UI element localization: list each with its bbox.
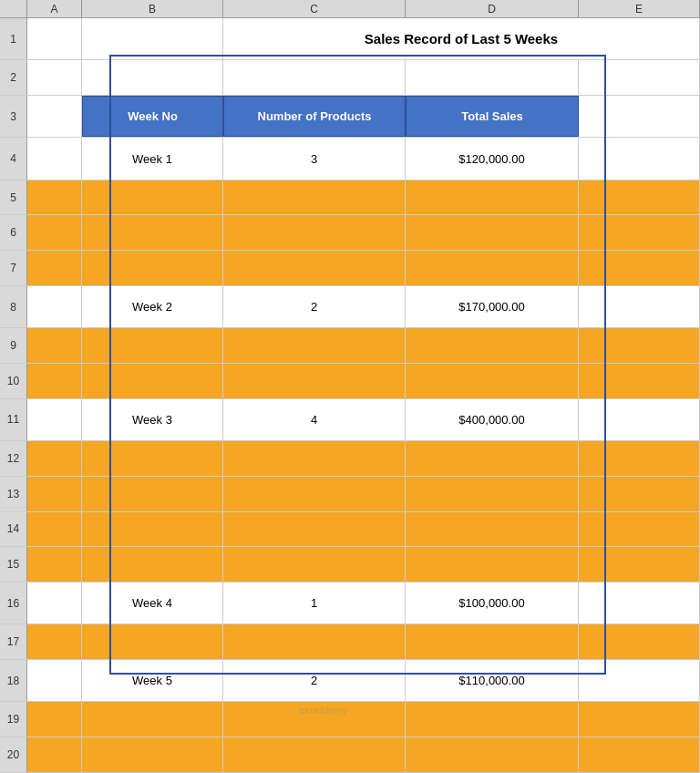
cell-b10 xyxy=(82,364,223,398)
row-20: 20 exceldemy xyxy=(0,737,700,773)
cell-c12 xyxy=(223,441,406,476)
cell-e19 xyxy=(579,702,700,737)
cell-d19 xyxy=(406,702,579,737)
header-week-no: Week No xyxy=(82,96,223,137)
row-header-19: 19 xyxy=(0,702,27,737)
col-header-c: C xyxy=(223,0,406,17)
header-total-sales: Total Sales xyxy=(406,96,579,137)
cell-week4-label: Week 4 xyxy=(82,582,223,624)
row-header-15: 15 xyxy=(0,547,27,582)
cell-a6 xyxy=(27,215,82,250)
cell-d13 xyxy=(406,477,579,511)
row-header-18: 18 xyxy=(0,660,27,701)
row-9: 9 xyxy=(0,328,700,364)
cell-a18 xyxy=(27,660,82,701)
cell-e12 xyxy=(579,441,700,476)
row-4: 4 Week 1 3 $120,000.00 xyxy=(0,138,700,180)
cell-a16 xyxy=(27,582,82,624)
cell-week5-sales: $110,000.00 xyxy=(406,660,579,701)
cell-a7 xyxy=(27,251,82,285)
cell-b14 xyxy=(82,512,223,547)
cell-d10 xyxy=(406,364,579,398)
cell-a14 xyxy=(27,512,82,547)
row-header-16: 16 xyxy=(0,582,27,624)
column-headers: A B C D E xyxy=(0,0,700,18)
cell-e13 xyxy=(579,477,700,511)
cell-d14 xyxy=(406,512,579,547)
cell-week1-sales: $120,000.00 xyxy=(406,138,579,179)
row-header-4: 4 xyxy=(0,138,27,179)
row-header-10: 10 xyxy=(0,364,27,398)
cell-week4-sales: $100,000.00 xyxy=(406,582,579,624)
cell-week3-sales: $400,000.00 xyxy=(406,399,579,440)
cell-b7 xyxy=(82,251,223,285)
cell-e15 xyxy=(579,547,700,582)
row-header-8: 8 xyxy=(0,286,27,327)
cell-d9 xyxy=(406,328,579,363)
cell-c10 xyxy=(223,364,406,398)
row-6: 6 xyxy=(0,215,700,251)
row-10: 10 xyxy=(0,364,700,399)
cell-e4 xyxy=(579,138,700,179)
cell-d12 xyxy=(406,441,579,476)
col-header-a: A xyxy=(27,0,82,17)
row-17: 17 xyxy=(0,624,700,660)
cell-d2 xyxy=(406,60,579,95)
title-cell: Sales Record of Last 5 Weeks xyxy=(223,18,700,59)
row-1: 1 Sales Record of Last 5 Weeks xyxy=(0,18,700,60)
cell-d5 xyxy=(406,180,579,215)
cell-a3 xyxy=(27,96,82,137)
cell-a9 xyxy=(27,328,82,363)
col-header-d: D xyxy=(406,0,579,17)
cell-week2-label: Week 2 xyxy=(82,286,223,327)
cell-b19 xyxy=(82,702,223,737)
corner-cell xyxy=(0,0,27,17)
cell-c2 xyxy=(223,60,406,95)
grid: 1 Sales Record of Last 5 Weeks 2 3 Week … xyxy=(0,18,700,773)
cell-e11 xyxy=(579,399,700,440)
cell-a1 xyxy=(27,18,82,59)
cell-a15 xyxy=(27,547,82,582)
cell-week4-products: 1 xyxy=(223,582,406,624)
cell-a19 xyxy=(27,702,82,737)
cell-c9 xyxy=(223,328,406,363)
row-5: 5 xyxy=(0,180,700,216)
cell-e3 xyxy=(579,96,700,137)
cell-b12 xyxy=(82,441,223,476)
row-16: 16 Week 4 1 $100,000.00 xyxy=(0,582,700,624)
row-19: 19 xyxy=(0,702,700,737)
cell-e9 xyxy=(579,328,700,363)
row-11: 11 Week 3 4 $400,000.00 xyxy=(0,399,700,441)
cell-d6 xyxy=(406,215,579,250)
cell-week2-products: 2 xyxy=(223,286,406,327)
cell-a12 xyxy=(27,441,82,476)
cell-c20: exceldemy xyxy=(223,737,406,772)
cell-c7 xyxy=(223,251,406,285)
cell-a8 xyxy=(27,286,82,327)
cell-b17 xyxy=(82,624,223,659)
row-header-11: 11 xyxy=(0,399,27,440)
spreadsheet: A B C D E 1 Sales Record of Last 5 Weeks… xyxy=(0,0,700,773)
cell-a10 xyxy=(27,364,82,398)
cell-b5 xyxy=(82,180,223,215)
cell-c17 xyxy=(223,624,406,659)
cell-e5 xyxy=(579,180,700,215)
row-2: 2 xyxy=(0,60,700,96)
cell-week5-label: Week 5 xyxy=(82,660,223,701)
row-header-5: 5 xyxy=(0,180,27,215)
cell-week2-sales: $170,000.00 xyxy=(406,286,579,327)
cell-e14 xyxy=(579,512,700,547)
row-header-9: 9 xyxy=(0,328,27,363)
cell-b15 xyxy=(82,547,223,582)
cell-e20 xyxy=(579,737,700,772)
cell-e10 xyxy=(579,364,700,398)
cell-d20 xyxy=(406,737,579,772)
row-header-1: 1 xyxy=(0,18,27,59)
cell-b2 xyxy=(82,60,223,95)
row-13: 13 xyxy=(0,477,700,512)
cell-a2 xyxy=(27,60,82,95)
row-header-20: 20 xyxy=(0,737,27,772)
cell-b6 xyxy=(82,215,223,250)
cell-c5 xyxy=(223,180,406,215)
row-header-12: 12 xyxy=(0,441,27,476)
